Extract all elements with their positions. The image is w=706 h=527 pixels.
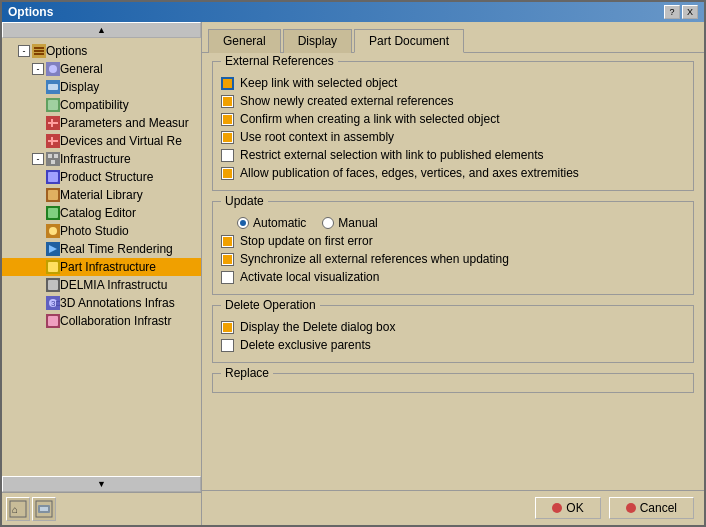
option-use-root[interactable]: Use root context in assembly <box>221 128 685 146</box>
delmia-icon <box>46 278 60 292</box>
bottom-icon-1[interactable]: ⌂ <box>6 497 30 521</box>
tree-label-product-structure: Product Structure <box>60 170 153 184</box>
label-allow-publication: Allow publication of faces, edges, verti… <box>240 166 579 180</box>
checkbox-synchronize[interactable] <box>221 253 234 266</box>
option-restrict[interactable]: Restrict external selection with link to… <box>221 146 685 164</box>
ok-icon <box>552 503 562 513</box>
svg-rect-1 <box>34 47 44 49</box>
option-stop-update[interactable]: Stop update on first error <box>221 232 685 250</box>
tree-scroll-area[interactable]: - Options - General <box>2 38 201 476</box>
option-keep-link[interactable]: Keep link with selected object <box>221 74 685 92</box>
section-content-external: Keep link with selected object Show newl… <box>221 74 685 182</box>
expand-infrastructure[interactable]: - <box>32 153 44 165</box>
tree-item-real-time[interactable]: Real Time Rendering <box>2 240 201 258</box>
tree-label-parameters: Parameters and Measur <box>60 116 189 130</box>
section-label-external: External References <box>221 54 338 68</box>
window-title: Options <box>8 5 53 19</box>
ok-button[interactable]: OK <box>535 497 600 519</box>
section-label-delete: Delete Operation <box>221 298 320 312</box>
content-panel: General Display Part Document External R… <box>202 22 704 525</box>
radio-manual[interactable]: Manual <box>322 216 377 230</box>
radio-manual-circle[interactable] <box>322 217 334 229</box>
tree-item-general[interactable]: - General <box>2 60 201 78</box>
expand-general[interactable]: - <box>32 63 44 75</box>
cancel-icon <box>626 503 636 513</box>
tree-label-catalog-editor: Catalog Editor <box>60 206 136 220</box>
tree-bottom-icons: ⌂ <box>2 492 201 525</box>
option-delete-exclusive[interactable]: Delete exclusive parents <box>221 336 685 354</box>
section-content-delete: Display the Delete dialog box Delete exc… <box>221 318 685 354</box>
tree-scroll-up[interactable]: ▲ <box>2 22 201 38</box>
ok-label: OK <box>566 501 583 515</box>
bottom-icon-2[interactable] <box>32 497 56 521</box>
label-restrict: Restrict external selection with link to… <box>240 148 543 162</box>
checkbox-use-root[interactable] <box>221 131 234 144</box>
svg-rect-3 <box>34 53 44 55</box>
svg-point-5 <box>49 65 57 73</box>
tree-label-annotations: 3D Annotations Infras <box>60 296 175 310</box>
tab-display[interactable]: Display <box>283 29 352 53</box>
tree-item-parameters[interactable]: Parameters and Measur <box>2 114 201 132</box>
checkbox-stop-update[interactable] <box>221 235 234 248</box>
checkbox-display-delete[interactable] <box>221 321 234 334</box>
tree-item-devices[interactable]: Devices and Virtual Re <box>2 132 201 150</box>
label-use-root: Use root context in assembly <box>240 130 394 144</box>
title-bar: Options ? X <box>2 2 704 22</box>
part-infrastructure-icon <box>46 260 60 274</box>
tree-scroll-down[interactable]: ▼ <box>2 476 201 492</box>
checkbox-delete-exclusive[interactable] <box>221 339 234 352</box>
tree-item-photo-studio[interactable]: Photo Studio <box>2 222 201 240</box>
section-update: Update Automatic Manual <box>212 201 694 295</box>
option-display-delete[interactable]: Display the Delete dialog box <box>221 318 685 336</box>
option-show-newly[interactable]: Show newly created external references <box>221 92 685 110</box>
option-confirm-link[interactable]: Confirm when creating a link with select… <box>221 110 685 128</box>
tree-item-part-infrastructure[interactable]: Part Infrastructure <box>2 258 201 276</box>
tree-item-annotations[interactable]: 3D 3D Annotations Infras <box>2 294 201 312</box>
tree-item-delmia[interactable]: DELMIA Infrastructu <box>2 276 201 294</box>
label-show-newly: Show newly created external references <box>240 94 453 108</box>
label-synchronize: Synchronize all external references when… <box>240 252 509 266</box>
option-synchronize[interactable]: Synchronize all external references when… <box>221 250 685 268</box>
infrastructure-icon <box>46 152 60 166</box>
radio-automatic-circle[interactable] <box>237 217 249 229</box>
expand-options[interactable]: - <box>18 45 30 57</box>
tree-item-display[interactable]: Display <box>2 78 201 96</box>
checkbox-show-newly[interactable] <box>221 95 234 108</box>
tree-label-devices: Devices and Virtual Re <box>60 134 182 148</box>
checkbox-allow-publication[interactable] <box>221 167 234 180</box>
tree-panel: ▲ - Options - <box>2 22 202 525</box>
help-button[interactable]: ? <box>664 5 680 19</box>
tree-item-infrastructure[interactable]: - Infrastructure <box>2 150 201 168</box>
options-icon <box>32 44 46 58</box>
tabs-bar: General Display Part Document <box>202 22 704 53</box>
radio-manual-label: Manual <box>338 216 377 230</box>
tree-item-product-structure[interactable]: Product Structure <box>2 168 201 186</box>
tab-part-document[interactable]: Part Document <box>354 29 464 53</box>
display-icon <box>46 80 60 94</box>
tree-item-material-library[interactable]: Material Library <box>2 186 201 204</box>
close-button[interactable]: X <box>682 5 698 19</box>
tree-item-options[interactable]: - Options <box>2 42 201 60</box>
tab-general[interactable]: General <box>208 29 281 53</box>
svg-rect-31 <box>48 262 58 272</box>
cancel-button[interactable]: Cancel <box>609 497 694 519</box>
checkbox-keep-link[interactable] <box>221 77 234 90</box>
tree-item-collaboration[interactable]: Collaboration Infrastr <box>2 312 201 330</box>
checkbox-activate-local[interactable] <box>221 271 234 284</box>
tree-item-compatibility[interactable]: Compatibility <box>2 96 201 114</box>
option-activate-local[interactable]: Activate local visualization <box>221 268 685 286</box>
general-icon <box>46 62 60 76</box>
svg-rect-23 <box>48 190 58 200</box>
checkbox-restrict[interactable] <box>221 149 234 162</box>
window-body: ▲ - Options - <box>2 22 704 525</box>
section-delete-operation: Delete Operation Display the Delete dial… <box>212 305 694 363</box>
svg-rect-18 <box>54 154 58 158</box>
radio-automatic[interactable]: Automatic <box>237 216 306 230</box>
tree-label-part-infrastructure: Part Infrastructure <box>60 260 156 274</box>
svg-rect-9 <box>48 100 58 110</box>
option-allow-publication[interactable]: Allow publication of faces, edges, verti… <box>221 164 685 182</box>
label-display-delete: Display the Delete dialog box <box>240 320 395 334</box>
svg-rect-7 <box>48 84 58 90</box>
tree-item-catalog-editor[interactable]: Catalog Editor <box>2 204 201 222</box>
checkbox-confirm-link[interactable] <box>221 113 234 126</box>
